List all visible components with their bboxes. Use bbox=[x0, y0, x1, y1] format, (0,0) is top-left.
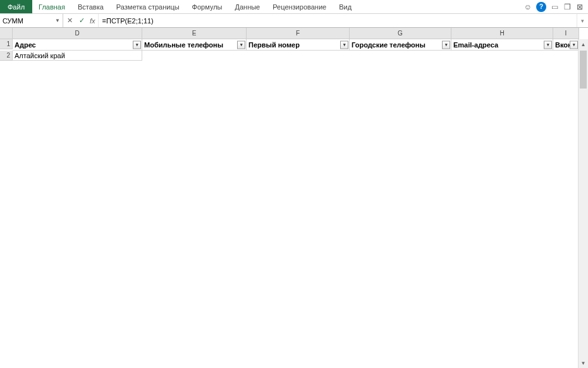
col-header-I[interactable]: I bbox=[553, 28, 579, 39]
scroll-down-icon[interactable]: ▼ bbox=[579, 358, 588, 368]
filter-button-F[interactable]: ▾ bbox=[340, 40, 348, 49]
filter-button-H[interactable]: ▾ bbox=[544, 40, 552, 49]
restore-icon[interactable]: ❐ bbox=[563, 3, 572, 11]
formula-bar: ▼ ✕ ✓ fx ▾ bbox=[0, 14, 588, 28]
filter-button-E[interactable]: ▾ bbox=[237, 40, 245, 49]
accept-formula-icon[interactable]: ✓ bbox=[78, 16, 86, 25]
header-label: Email-адреса bbox=[453, 41, 498, 49]
header-label: Адрес bbox=[15, 41, 36, 49]
header-cell-D[interactable]: Адрес▾ bbox=[13, 39, 142, 51]
header-cell-H[interactable]: Email-адреса▾ bbox=[451, 39, 553, 51]
name-box-input[interactable] bbox=[3, 17, 47, 25]
vertical-scrollbar[interactable]: ▲ ▼ bbox=[578, 39, 588, 368]
header-label: Городские телефоны bbox=[352, 41, 426, 49]
scroll-up-icon[interactable]: ▲ bbox=[579, 39, 588, 49]
ribbon-minimize-icon[interactable]: ▭ bbox=[550, 3, 559, 11]
formula-expand-icon[interactable]: ▾ bbox=[577, 14, 588, 27]
row-header-2[interactable]: 2 bbox=[0, 51, 13, 61]
cell-D2[interactable]: Алтайский край bbox=[13, 51, 142, 61]
fx-icon[interactable]: fx bbox=[90, 17, 95, 25]
header-cell-E[interactable]: Мобильные телефоны▾ bbox=[142, 39, 247, 51]
select-all-corner[interactable] bbox=[0, 28, 13, 39]
col-header-H[interactable]: H bbox=[451, 28, 553, 39]
sheet-area: DEFGHI1Адрес▾Мобильные телефоны▾Первый н… bbox=[0, 28, 588, 368]
name-box-dropdown-icon[interactable]: ▼ bbox=[55, 18, 60, 23]
col-header-F[interactable]: F bbox=[247, 28, 350, 39]
ribbon-tab-data[interactable]: Данные bbox=[228, 0, 266, 13]
filter-button-G[interactable]: ▾ bbox=[442, 40, 450, 49]
header-cell-F[interactable]: Первый номер▾ bbox=[247, 39, 350, 51]
filter-button-I[interactable]: ▾ bbox=[570, 40, 578, 49]
file-tab[interactable]: Файл bbox=[0, 0, 32, 13]
ribbon-tab-view[interactable]: Вид bbox=[333, 0, 358, 13]
scroll-thumb[interactable] bbox=[580, 51, 587, 89]
header-cell-G[interactable]: Городские телефоны▾ bbox=[350, 39, 451, 51]
cancel-formula-icon[interactable]: ✕ bbox=[66, 16, 74, 25]
ribbon-tab-review[interactable]: Рецензирование bbox=[266, 0, 333, 13]
ribbon-tab-home[interactable]: Главная bbox=[32, 0, 71, 13]
ribbon: Файл Главная Вставка Разметка страницы Ф… bbox=[0, 0, 588, 14]
col-header-D[interactable]: D bbox=[13, 28, 142, 39]
ribbon-tab-layout[interactable]: Разметка страницы bbox=[110, 0, 186, 13]
name-box[interactable]: ▼ bbox=[0, 14, 63, 27]
header-label: Мобильные телефоны bbox=[144, 41, 223, 49]
help-icon[interactable]: ? bbox=[536, 2, 546, 12]
col-header-G[interactable]: G bbox=[350, 28, 451, 39]
close-icon[interactable]: ⊠ bbox=[575, 3, 584, 11]
filter-button-D[interactable]: ▾ bbox=[133, 40, 141, 49]
ribbon-tab-formulas[interactable]: Формулы bbox=[186, 0, 229, 13]
ribbon-tab-insert[interactable]: Вставка bbox=[71, 0, 110, 13]
header-label: Первый номер bbox=[248, 41, 300, 49]
header-cell-I[interactable]: Вконта▾ bbox=[553, 39, 579, 51]
cell-value: Алтайский край bbox=[15, 52, 65, 59]
col-header-E[interactable]: E bbox=[142, 28, 247, 39]
smiley-icon[interactable]: ☺ bbox=[524, 3, 532, 11]
formula-input[interactable] bbox=[102, 17, 573, 25]
row-header-1[interactable]: 1 bbox=[0, 39, 13, 49]
